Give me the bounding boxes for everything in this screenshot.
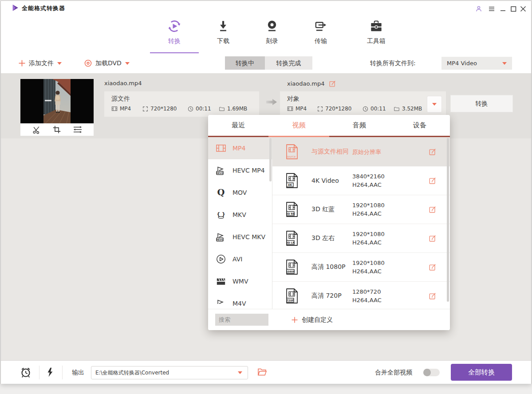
format-item-hevc-mkv[interactable]: HEVC HEVC MKV xyxy=(208,226,272,248)
preset-list: source 与源文件相同 原始分辨率 4K 4K Video 3840*216… xyxy=(272,137,450,309)
popup-tab-device[interactable]: 设备 xyxy=(390,115,450,136)
convert-all-button[interactable]: 全部转换 xyxy=(451,364,512,381)
preset-hd-720p[interactable]: 720P 高清 720P 1280*720H264,AAC xyxy=(272,282,450,309)
tab-convert-label: 转换 xyxy=(158,37,191,45)
load-dvd-caret-icon xyxy=(125,62,130,65)
preset-edit-icon[interactable] xyxy=(429,263,437,271)
account-icon[interactable] xyxy=(475,5,483,12)
add-files-caret-icon xyxy=(57,62,62,65)
mov-icon: Q xyxy=(216,187,226,198)
transfer-icon xyxy=(313,19,328,34)
format-item-m4v[interactable]: M4V xyxy=(208,292,272,309)
tab-toolbox[interactable]: 工具箱 xyxy=(359,19,393,45)
preset-edit-icon[interactable] xyxy=(429,234,437,242)
popup-tab-video[interactable]: 视频 xyxy=(268,115,329,136)
tab-finished[interactable]: 转换完成 xyxy=(265,56,312,70)
preset-resolution: 原始分辨率 xyxy=(352,148,381,156)
tab-converting[interactable]: 转换中 xyxy=(225,56,265,70)
main-nav: 转换 下载 刻录 传输 xyxy=(1,14,531,54)
arrow-right-icon xyxy=(265,98,278,106)
tab-toolbox-label: 工具箱 xyxy=(359,37,393,45)
open-folder-icon[interactable] xyxy=(257,368,267,376)
add-files-button[interactable]: 添加文件 xyxy=(19,53,62,73)
preset-hd-1080p[interactable]: 1080P 高清 1080P 1920*1080H264,AAC xyxy=(272,253,450,282)
clock-icon xyxy=(363,106,368,112)
svg-text:source: source xyxy=(287,155,296,158)
tab-transfer[interactable]: 传输 xyxy=(304,19,338,45)
resolution-icon xyxy=(317,106,323,112)
source-duration: 00:11 xyxy=(188,106,211,112)
target-info-box: 对象 MP4 720*1280 00:11 3.52MB xyxy=(280,91,446,117)
maximize-icon[interactable] xyxy=(509,5,517,12)
preset-same-as-source[interactable]: source 与源文件相同 原始分辨率 xyxy=(272,137,450,166)
format-item-mov[interactable]: Q MOV xyxy=(208,181,272,204)
close-icon[interactable] xyxy=(519,5,527,12)
create-custom-button[interactable]: 创建自定义 xyxy=(292,309,333,330)
svg-text:3D RB: 3D RB xyxy=(286,213,295,215)
app-window: 全能格式转换器 转换 xyxy=(0,0,532,384)
popup-tab-recent[interactable]: 最近 xyxy=(208,115,268,136)
crop-icon[interactable] xyxy=(52,125,61,134)
4k-preset-icon: 4K xyxy=(285,173,299,189)
search-input[interactable] xyxy=(215,314,268,326)
output-format-value: MP4 Video xyxy=(447,57,477,70)
schedule-icon[interactable] xyxy=(20,366,32,378)
target-format-dropdown-button[interactable] xyxy=(427,96,442,113)
tab-convert[interactable]: 转换 xyxy=(158,19,191,45)
preset-edit-icon[interactable] xyxy=(429,205,437,213)
disc-icon xyxy=(84,59,92,67)
preset-edit-icon[interactable] xyxy=(429,177,437,185)
preset-edit-icon[interactable] xyxy=(429,148,437,156)
convert-icon xyxy=(167,19,182,34)
trim-icon[interactable] xyxy=(32,125,41,134)
toolbar: 添加文件 加载DVD 转换中 转换完成 转换所有文件到: MP4 Video xyxy=(1,53,531,74)
rename-edit-icon[interactable] xyxy=(329,80,336,87)
format-picker-popup: 最近 视频 音频 设备 MP4 HEVC HEVC MP4 Q MOV xyxy=(208,115,450,330)
preset-resolution: 1920*1080H264,AAC xyxy=(352,201,385,218)
1080p-preset-icon: 1080P xyxy=(285,259,299,275)
convert-button[interactable]: 转换 xyxy=(450,95,513,112)
preset-edit-icon[interactable] xyxy=(429,292,437,300)
preset-4k-video[interactable]: 4K 4K Video 3840*2160H264,AAC xyxy=(272,166,450,195)
target-format-caret-icon xyxy=(432,103,437,106)
film-icon xyxy=(111,106,118,112)
output-path-value: E:\全能格式转换器\Converted xyxy=(95,366,169,379)
preset-3d-left-right[interactable]: 3D LR 3D 左右 1920*1080H264,AAC xyxy=(272,224,450,253)
preset-3d-red-blue[interactable]: 3D RB 3D 红蓝 1920*1080H264,AAC xyxy=(272,195,450,224)
hevc-mp4-icon: HEVC xyxy=(215,165,227,176)
high-speed-icon[interactable] xyxy=(44,366,56,378)
video-thumbnail xyxy=(20,79,94,136)
output-path-dropdown[interactable]: E:\全能格式转换器\Converted xyxy=(91,366,248,379)
output-format-dropdown[interactable]: MP4 Video xyxy=(441,57,512,70)
svg-text:{ }: { } xyxy=(217,211,225,217)
svg-text:HEVC: HEVC xyxy=(216,238,223,241)
output-format-caret-icon xyxy=(502,62,507,65)
merge-videos-label: 合并全部视频 xyxy=(375,361,412,384)
effects-icon[interactable] xyxy=(73,125,83,134)
output-path-caret-icon xyxy=(238,371,242,374)
svg-text:1080P: 1080P xyxy=(286,270,295,273)
format-list-scrollbar[interactable] xyxy=(269,137,272,309)
menu-icon[interactable] xyxy=(488,5,496,12)
format-item-mkv[interactable]: { } MKV xyxy=(208,204,272,226)
load-dvd-button[interactable]: 加载DVD xyxy=(84,53,130,73)
tab-download[interactable]: 下载 xyxy=(206,19,240,45)
minimize-icon[interactable] xyxy=(499,5,507,12)
tab-burn[interactable]: 刻录 xyxy=(255,19,289,45)
format-item-hevc-mp4[interactable]: HEVC HEVC MP4 xyxy=(208,159,272,181)
format-item-wmv[interactable]: WMV xyxy=(208,270,272,292)
preset-list-scrollbar[interactable] xyxy=(447,138,449,308)
popup-tab-audio[interactable]: 音频 xyxy=(329,115,390,136)
popup-tabs: 最近 视频 音频 设备 xyxy=(208,115,450,136)
format-item-mp4[interactable]: MP4 xyxy=(208,137,272,159)
svg-text:HEVC: HEVC xyxy=(216,172,223,174)
convert-state-tabs: 转换中 转换完成 xyxy=(225,56,312,70)
wmv-icon xyxy=(216,276,226,286)
download-icon xyxy=(216,19,231,34)
preset-resolution: 1920*1080H264,AAC xyxy=(352,259,385,276)
target-size: 3.52MB xyxy=(394,106,422,112)
thumbnail-action-bar xyxy=(20,123,94,136)
format-item-avi[interactable]: AVI xyxy=(208,248,272,270)
tab-burn-label: 刻录 xyxy=(255,37,289,45)
merge-videos-toggle[interactable] xyxy=(423,369,440,376)
